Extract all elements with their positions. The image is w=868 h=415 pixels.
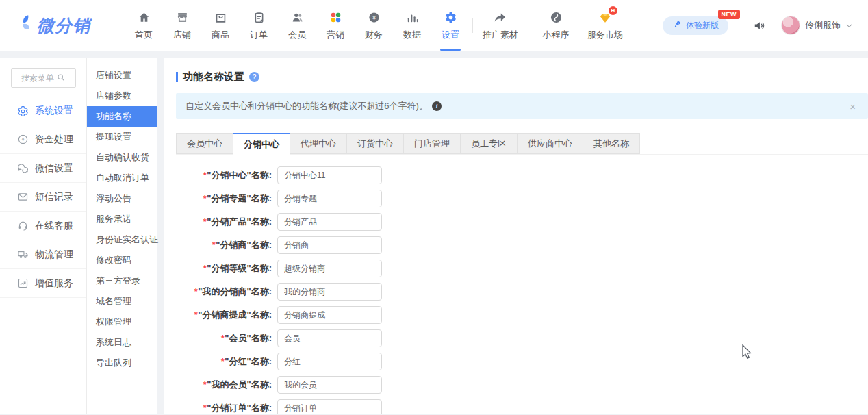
svg-text:¥: ¥ [21, 136, 25, 142]
info-icon[interactable]: i [432, 101, 442, 111]
nav-item-service-market[interactable]: H 服务市场 [580, 0, 630, 51]
nav-item-members[interactable]: 会员 [278, 0, 316, 51]
nav-item-finance[interactable]: ¥ 财务 [355, 0, 393, 51]
required-mark: * [203, 263, 206, 273]
distribution-product-name-input[interactable] [277, 213, 382, 231]
sidebar-item-system-settings[interactable]: 系统设置 [0, 97, 86, 125]
dividend-name-input[interactable] [277, 353, 382, 370]
sidebar-item-sms[interactable]: 短信记录 [0, 183, 86, 212]
nav-item-orders[interactable]: 订单 [240, 0, 278, 51]
form-row: *"分销商提成"名称: [176, 306, 868, 324]
tab-distribution-center[interactable]: 分销中心 [233, 133, 290, 155]
nav-item-settings[interactable]: 设置 [431, 0, 470, 51]
gear-icon [16, 105, 29, 117]
info-banner: 自定义会员中心和分销中心的功能名称(建议不超过6个字符)。 i × [176, 93, 868, 119]
tab-staff-zone[interactable]: 员工专区 [460, 133, 517, 154]
form-row: *"会员"名称: [176, 329, 868, 347]
distributor-commission-name-input[interactable] [277, 306, 382, 324]
hot-badge: H [609, 6, 617, 15]
nav-item-promo-materials[interactable]: 推广素材 [476, 0, 525, 51]
submenu-list: 店铺设置 店铺参数 功能名称 提现设置 自动确认收货 自动取消订单 浮动公告 服… [87, 65, 157, 373]
try-new-label: 体验新版 [686, 20, 719, 32]
field-label: "会员"名称: [225, 333, 272, 343]
required-mark: * [203, 170, 206, 180]
function-name-form: *"分销中心"名称: *"分销专题"名称: *"分销产品"名称: *"分销商"名… [176, 166, 868, 414]
form-row: *"分销专题"名称: [176, 190, 868, 208]
member-name-input[interactable] [277, 329, 382, 347]
account-name: 伶俐服饰 [805, 19, 841, 32]
submenu-item-auto-confirm-receipt[interactable]: 自动确认收货 [87, 147, 157, 168]
distributor-name-input[interactable] [277, 236, 382, 254]
submenu-item-function-names[interactable]: 功能名称 [87, 106, 157, 127]
submenu-item-service-promise[interactable]: 服务承诺 [87, 209, 157, 229]
my-member-name-input[interactable] [277, 376, 382, 394]
required-mark: * [203, 379, 206, 390]
app-header: 微分销 首页 店铺 商品 订单 [0, 0, 868, 51]
sidebar-item-customer-service[interactable]: 在线客服 [0, 212, 86, 240]
form-row: *"分销中心"名称: [176, 166, 868, 184]
sidebar-item-value-added[interactable]: 增值服务 [0, 269, 86, 298]
sidebar-item-logistics[interactable]: 物流管理 [0, 240, 86, 269]
submenu-item-system-logs[interactable]: 系统日志 [87, 332, 157, 353]
tab-store-management[interactable]: 门店管理 [403, 133, 460, 154]
sidebar-item-funds[interactable]: ¥ 资金处理 [0, 125, 86, 154]
tab-supplier-center[interactable]: 供应商中心 [517, 133, 583, 154]
form-row: *"分红"名称: [176, 353, 868, 370]
title-row: 功能名称设置 ? [176, 71, 868, 84]
truck-icon [16, 249, 29, 260]
submenu-item-change-password[interactable]: 修改密码 [87, 250, 157, 271]
close-icon[interactable]: × [850, 101, 856, 112]
order-clipboard-icon [253, 10, 266, 25]
nav-item-miniprogram[interactable]: 小程序 [531, 0, 580, 51]
submenu-item-export-queue[interactable]: 导出队列 [87, 353, 157, 373]
tab-other-names[interactable]: 其他名称 [583, 133, 640, 154]
field-label: "分销商提成"名称: [198, 310, 272, 320]
submenu-item-shop-params[interactable]: 店铺参数 [87, 86, 157, 106]
submenu-item-id-verification[interactable]: 身份证实名认证 [87, 229, 157, 250]
store-icon [176, 10, 189, 25]
nav-item-marketing[interactable]: 营销 [316, 0, 355, 51]
account-menu[interactable]: 伶俐服饰 [781, 16, 853, 35]
my-distributor-name-input[interactable] [277, 283, 382, 301]
required-mark: * [220, 333, 224, 343]
required-mark: * [203, 216, 206, 227]
speaker-icon[interactable] [753, 19, 766, 32]
distribution-center-name-input[interactable] [277, 166, 382, 184]
required-mark: * [212, 240, 215, 250]
submenu-item-auto-cancel-order[interactable]: 自动取消订单 [87, 168, 157, 188]
field-label: "我的会员"名称: [207, 379, 272, 390]
field-label: "分销等级"名称: [207, 263, 272, 273]
distribution-order-name-input[interactable] [277, 399, 382, 414]
tab-agent-center[interactable]: 代理中心 [290, 133, 346, 154]
distribution-topic-name-input[interactable] [277, 190, 382, 208]
field-label: "分销订单"名称: [207, 403, 272, 413]
help-icon[interactable]: ? [249, 72, 259, 82]
search-placeholder: 搜索菜单 [21, 73, 54, 84]
submenu-item-third-party-login[interactable]: 第三方登录 [87, 271, 157, 291]
marketing-clover-icon [329, 10, 342, 25]
search-input[interactable]: 搜索菜单 [11, 68, 76, 88]
submenu-item-withdraw-settings[interactable]: 提现设置 [87, 127, 157, 147]
nav-item-goods[interactable]: 商品 [201, 0, 240, 51]
form-row: *"我的分销商"名称: [176, 283, 868, 301]
form-row: *"分销等级"名称: [176, 260, 868, 277]
tab-member-center[interactable]: 会员中心 [176, 133, 233, 154]
submenu-item-floating-notice[interactable]: 浮动公告 [87, 188, 157, 209]
app-logo[interactable]: 微分销 [0, 14, 125, 37]
try-new-version-button[interactable]: 体验新版 NEW [663, 16, 728, 35]
submenu-item-shop-settings[interactable]: 店铺设置 [87, 65, 157, 86]
funds-yen-icon: ¥ [16, 134, 29, 145]
nav-item-store[interactable]: 店铺 [163, 0, 201, 51]
title-accent-bar [176, 72, 178, 82]
goods-bag-icon [214, 10, 227, 25]
nav-item-data[interactable]: 数据 [393, 0, 431, 51]
sidebar-item-wechat[interactable]: 微信设置 [0, 154, 86, 183]
field-label: "我的分销商"名称: [198, 286, 272, 297]
distribution-level-name-input[interactable] [277, 260, 382, 277]
submenu-item-permission-management[interactable]: 权限管理 [87, 312, 157, 332]
nav-item-home[interactable]: 首页 [125, 0, 163, 51]
nav-divider [472, 18, 473, 33]
field-label: "分销商"名称: [216, 240, 272, 250]
submenu-item-domain-management[interactable]: 域名管理 [87, 291, 157, 312]
tab-ordering-center[interactable]: 订货中心 [346, 133, 403, 154]
